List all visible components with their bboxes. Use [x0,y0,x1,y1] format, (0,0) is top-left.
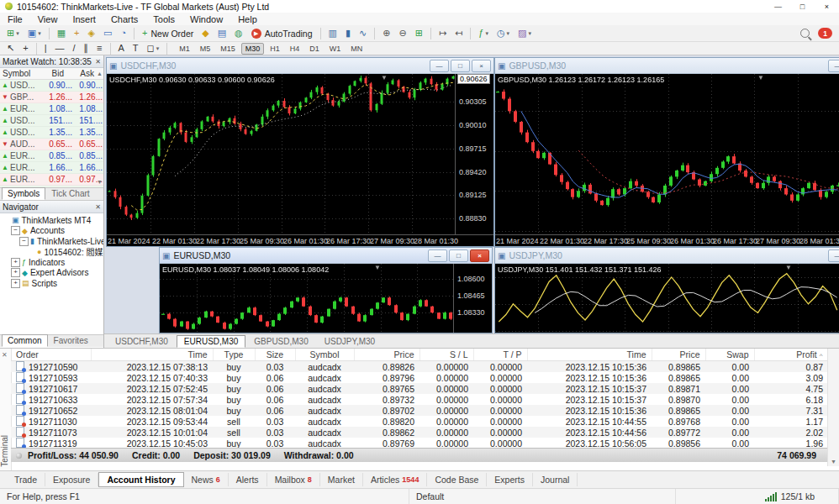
trendline-button[interactable]: / [70,40,79,56]
scroll-down-icon[interactable]: ▼ [97,179,103,185]
chart-tab-usdchf-m30[interactable]: USDCHF,M30 [108,335,176,348]
timeframe-h1[interactable]: H1 [266,43,284,55]
col-s-l-6[interactable]: S / L [420,349,473,361]
timeframe-d1[interactable]: D1 [305,43,324,55]
market-watch-row[interactable]: ▲USD...151....151.... [0,115,103,127]
close-button[interactable]: × [815,1,839,13]
col-profit-11[interactable]: Profit^ [754,349,828,361]
terminal-tab-trade[interactable]: Trade [7,473,45,486]
menu-window[interactable]: Window [182,14,230,24]
terminal-tab-market[interactable]: Market [320,473,363,486]
chart-canvas[interactable] [495,264,839,333]
crosshair-button[interactable]: + [19,40,31,56]
tab-favorites[interactable]: Favorites [48,334,94,347]
terminal-tab-journal[interactable]: Journal [533,473,578,486]
templates-button[interactable]: ▨▾ [514,25,535,41]
nav-item-thinkmarkets-mt4[interactable]: ▣ThinkMarkets MT4 [0,215,103,226]
close-panel-icon[interactable]: ✕ [95,58,101,66]
chart-window-eurusd[interactable]: ▣ EURUSD,M30 — □ × EURUSD,M30 1.08037 1.… [159,247,493,333]
auto-scroll-button[interactable]: ↦ [435,25,450,41]
terminal-tab-experts[interactable]: Experts [487,473,533,486]
timeframe-m30[interactable]: M30 [241,43,265,55]
chart-window-gbpusd[interactable]: ▣ GBPUSD,M30 — □ × GBPUSD,M30 1.26123 1.… [494,57,839,247]
profile-selector[interactable]: Default [409,489,676,504]
chart-window-titlebar[interactable]: ▣ EURUSD,M30 — □ × [160,248,492,264]
nav-item-expert-advisors[interactable]: +◆Expert Advisors [0,268,103,279]
col-price-9[interactable]: Price [652,349,705,361]
vertical-line-button[interactable]: | [41,40,50,56]
menu-help[interactable]: Help [230,14,265,24]
terminal-tab-mailbox[interactable]: Mailbox8 [267,473,320,486]
history-table-row[interactable]: 19127110732023.12.15 10:01:04sell0.03aud… [11,427,828,438]
nav-item-indicators[interactable]: +ƒIndicators [0,257,103,268]
navigator-button[interactable]: ◈ [85,25,98,41]
expand-icon[interactable]: + [11,268,20,277]
market-watch-row[interactable]: ▲EUR...0.97...0.97... [0,174,103,186]
market-watch-button[interactable]: ▦ [54,25,69,41]
col-size-3[interactable]: Size [255,349,295,361]
tab-symbols[interactable]: Symbols [2,187,45,200]
menu-view[interactable]: View [30,14,66,24]
terminal-tab-code-base[interactable]: Code Base [427,473,487,486]
new-order-button[interactable]: +New Order [139,25,197,41]
timeframe-mn[interactable]: MN [346,43,367,55]
timeframe-m15[interactable]: M15 [216,43,240,55]
market-watch-row[interactable]: ▲EUR...1.08...1.08... [0,103,103,115]
nav-item-accounts[interactable]: −◆Accounts [0,226,103,237]
close-panel-icon[interactable]: ✕ [95,203,101,211]
window-minimize-button[interactable]: — [828,249,839,262]
terminal-tab-account-history[interactable]: Account History [98,472,183,487]
chart-tab-usdjpy-m30[interactable]: USDJPY,M30 [317,335,383,348]
cursor-button[interactable]: ↖ [3,40,18,56]
new-chart-button[interactable]: ⊞▾ [3,25,23,41]
col-t-p-7[interactable]: T / P [473,349,527,361]
terminal-tab-news[interactable]: News6 [184,473,229,486]
data-window-button[interactable]: + [71,25,82,41]
col-swap-10[interactable]: Swap [705,349,754,361]
market-watch-row[interactable]: ▲USD...0.90...0.90... [0,80,103,92]
terminal-button[interactable]: ▭ [100,25,115,41]
tab-tick-chart[interactable]: Tick Chart [45,187,95,200]
terminal-scrollbar[interactable]: ▼ [827,349,839,466]
terminal-tab-exposure[interactable]: Exposure [45,473,98,486]
chart-canvas[interactable] [495,74,839,235]
chart-shift-button[interactable]: ↤ [451,25,466,41]
col-type-2[interactable]: Type [213,349,255,361]
window-close-button[interactable]: × [470,249,489,262]
chart-canvas[interactable] [107,74,456,235]
menu-file[interactable]: File [0,14,30,24]
col-time-1[interactable]: Time [91,349,213,361]
profiles-button[interactable]: ▣▾ [24,25,45,41]
timeframe-m1[interactable]: M1 [175,43,194,55]
expand-icon[interactable]: + [11,258,20,267]
notifications-badge[interactable]: 1 [818,28,832,39]
scroll-up-icon[interactable]: ▲ [96,71,103,76]
nav-item-thinkmarkets-live[interactable]: −▮ThinkMarkets-Live [0,236,103,247]
history-table-row[interactable]: 19127106172023.12.15 07:52:45buy0.06audc… [11,383,828,394]
line-chart-button[interactable]: ∿ [356,25,370,41]
zoom-out-button[interactable]: ⊖ [395,25,409,41]
menu-insert[interactable]: Insert [65,14,103,24]
bar-chart-button[interactable]: ▥ [325,25,340,41]
history-table-row[interactable]: 19127106522023.12.15 08:01:04buy0.06audc… [11,405,828,416]
chart-window-usdchf[interactable]: ▣ USDCHF,M30 — □ × USDCHF,M30 0.90630 0.… [106,57,494,247]
col-symbol-4[interactable]: Symbol [295,349,354,361]
col-price-5[interactable]: Price [354,349,420,361]
chart-tab-eurusd-m30[interactable]: EURUSD,M30 [177,335,245,348]
nav-item-scripts[interactable]: +▤Scripts [0,278,103,289]
autotrading-button[interactable]: ▶AutoTrading [248,25,316,41]
text-label-button[interactable]: T [129,40,142,56]
indicators-button[interactable]: ƒ▾ [475,25,492,41]
fibonacci-button[interactable]: ≡ [93,40,105,56]
text-button[interactable]: A [115,40,128,56]
scroll-down-icon[interactable]: ▼ [831,459,836,465]
chart-canvas[interactable] [160,264,454,333]
col-bid[interactable]: Bid [41,69,64,78]
minimize-button[interactable]: — [766,1,790,13]
col-symbol[interactable]: Symbol [0,69,41,78]
economic-calendar-button[interactable]: ◍ [231,25,246,41]
market-watch-row[interactable]: ▼AUD...0.65...0.65... [0,139,103,150]
arrows-button[interactable]: ◻▾ [144,40,163,56]
maximize-button[interactable]: □ [790,1,815,13]
chart-window-usdjpy[interactable]: ▣ USDJPY,M30 — □ × USDJPY,M30 151.401 15… [494,247,839,333]
